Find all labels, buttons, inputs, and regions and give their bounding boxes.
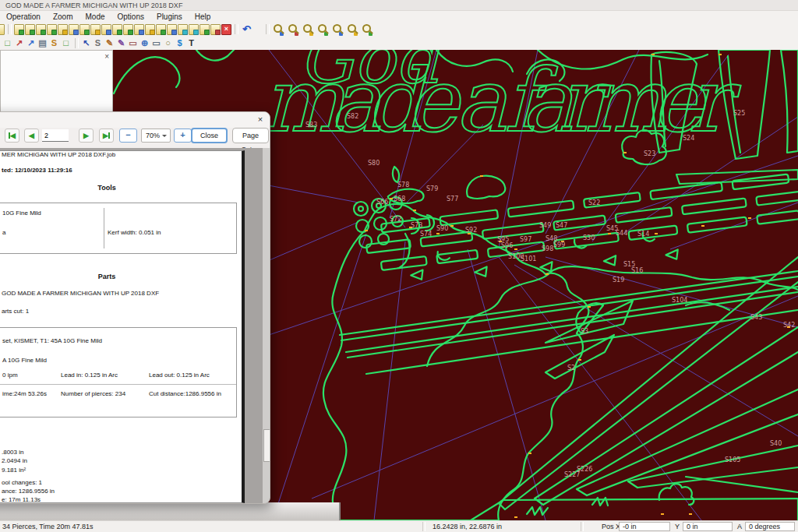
preview-scrollbar-thumb[interactable] <box>263 429 270 462</box>
summary-tool-changes: ool changes: 1 <box>2 479 42 486</box>
path-label: S23 <box>644 150 655 157</box>
last-page-button[interactable]: ▶ <box>99 129 114 143</box>
edit-contour-icon[interactable]: ✎ <box>104 38 115 48</box>
close-button[interactable]: Close <box>191 128 228 143</box>
group-parts-icon[interactable] <box>145 24 155 35</box>
parts-heading: Parts <box>2 273 212 280</box>
move-part-icon[interactable] <box>101 24 111 35</box>
path-label: S40 <box>770 440 782 447</box>
ungroup-parts-icon[interactable] <box>156 24 166 35</box>
import-drawing-icon[interactable] <box>47 24 57 35</box>
page-number-input[interactable] <box>42 129 69 142</box>
paste-part-icon[interactable] <box>79 24 90 35</box>
align-part-icon[interactable] <box>134 24 144 35</box>
menu-item-operation[interactable]: Operation <box>0 12 47 21</box>
zoom-out-icon[interactable] <box>287 23 299 36</box>
pos-y-label: Y <box>675 523 680 530</box>
pos-x-field[interactable]: -0 in <box>619 522 670 531</box>
previous-page-button[interactable]: ◀ <box>24 129 39 143</box>
print-preview-dialog[interactable]: × ◀ ◀ ▶ ▶ − 70% + Close Page Setup MER M… <box>0 111 270 504</box>
toolbar-separator <box>75 38 79 48</box>
rotate-part-icon[interactable] <box>112 24 122 35</box>
path-label: S47 <box>556 222 567 229</box>
cut-distance: Cut distance:1286.9556 in <box>149 390 221 397</box>
measure-icon[interactable]: ↗ <box>14 38 24 48</box>
zoom-in-icon[interactable] <box>272 23 284 36</box>
open-job-icon[interactable] <box>25 24 35 35</box>
lead-out: Lead out: 0.125 in Arc <box>149 372 210 379</box>
lasso-icon[interactable]: ○ <box>163 38 173 48</box>
duplicate-part-icon[interactable] <box>90 24 101 35</box>
menu-item-options[interactable]: Options <box>111 12 150 21</box>
cut-time: ime:24m 53.26s <box>2 390 47 397</box>
path-label: S48 <box>546 235 557 242</box>
save-job-icon[interactable] <box>36 24 46 35</box>
select-cursor-icon[interactable]: ↖ <box>81 38 91 48</box>
first-page-button[interactable]: ◀ <box>5 129 19 143</box>
zoom-out-button[interactable]: − <box>119 129 137 143</box>
edit-path-icon[interactable]: ✎ <box>116 38 126 48</box>
parts-cut: arts cut: 1 <box>2 308 29 315</box>
cursor-coordinates: 16.2428 in, 22.6876 in <box>433 523 502 530</box>
dialog-close-icon[interactable]: × <box>253 114 267 125</box>
pos-a-field[interactable]: 0 degrees <box>745 522 795 531</box>
delete-part-icon[interactable]: × <box>221 24 231 35</box>
zoom-in-button[interactable]: + <box>174 129 192 143</box>
text-tool-icon[interactable]: T <box>186 38 196 48</box>
start-point-icon[interactable]: S <box>93 38 103 48</box>
menu-item-plugins[interactable]: Plugins <box>150 12 189 21</box>
page-setup-button[interactable]: Page Setup <box>232 128 269 143</box>
raise-part-icon[interactable] <box>167 24 177 35</box>
path-label: S78 <box>397 181 409 188</box>
ruler-icon[interactable]: ↗ <box>26 38 36 48</box>
window-title: GOD MADE A FARMER MICHIGAN WITH UP 2018 … <box>5 2 182 9</box>
mirror-part-icon[interactable] <box>123 24 133 35</box>
zoom-selected-icon[interactable] <box>346 23 358 36</box>
machine-view-icon[interactable]: ▤ <box>37 38 48 48</box>
reload-drawing-icon[interactable] <box>58 24 68 35</box>
zoom-level-select[interactable]: 70% <box>141 129 171 143</box>
summary-area: 9.181 in² <box>2 467 26 474</box>
path-label: S25 <box>733 110 745 117</box>
part-options-icon[interactable] <box>210 24 221 35</box>
tools-heading: Tools <box>2 184 212 192</box>
path-label: S3 <box>581 328 588 335</box>
pos-y-field[interactable]: 0 in <box>683 522 733 531</box>
panel-close-icon[interactable]: × <box>104 52 109 61</box>
pierce-count: Number of pierces: 234 <box>61 390 125 397</box>
lower-part-icon[interactable] <box>178 24 188 35</box>
zoom-machine-icon[interactable] <box>361 23 373 36</box>
style-icon[interactable]: S <box>49 38 59 48</box>
pos-a-label: A <box>737 523 742 530</box>
zoom-material-icon[interactable] <box>331 23 344 36</box>
menu-item-zoom[interactable]: Zoom <box>47 12 79 21</box>
path-label: S77 <box>447 196 458 203</box>
menu-bar: OperationZoomModeOptionsPluginsHelp <box>0 11 798 22</box>
zoom-window-icon[interactable] <box>302 23 314 36</box>
preview-page: MER MICHIGAN WITH UP 2018 DXF.job ted: 1… <box>0 150 245 503</box>
post-process-icon[interactable]: $ <box>175 38 185 48</box>
preview-scrollbar[interactable] <box>263 148 270 504</box>
path-label: S49 <box>539 222 551 229</box>
pan-icon[interactable]: ⊕ <box>139 38 150 48</box>
menu-item-help[interactable]: Help <box>189 12 217 21</box>
path-label: S19 <box>613 277 624 284</box>
menu-item-mode[interactable]: Mode <box>79 12 111 21</box>
tools-box: 10G Fine Mild a Kerf width: 0.051 in <box>0 203 237 254</box>
screen-view-icon[interactable]: ▭ <box>151 38 161 48</box>
summary-time: e: 17m 11.13s <box>2 496 41 503</box>
tool-left2: a <box>2 229 5 236</box>
edit-part-icon[interactable] <box>189 24 199 35</box>
material-edit-icon[interactable]: □ <box>61 38 71 48</box>
show-material-icon[interactable]: □ <box>2 38 12 48</box>
main-toolbar: ×↶ <box>0 22 798 37</box>
part-tool-line2: A 10G Fine Mild <box>2 357 47 364</box>
path-label: S45 <box>606 225 618 232</box>
refresh-parts-icon[interactable] <box>200 24 210 35</box>
copy-part-icon[interactable] <box>69 24 79 35</box>
new-job-icon[interactable] <box>14 24 24 35</box>
edit-rect-icon[interactable]: ▭ <box>128 38 138 48</box>
zoom-drawing-icon[interactable] <box>316 23 329 36</box>
next-page-button[interactable]: ▶ <box>79 129 94 143</box>
undo-icon[interactable]: ↶ <box>242 23 251 35</box>
